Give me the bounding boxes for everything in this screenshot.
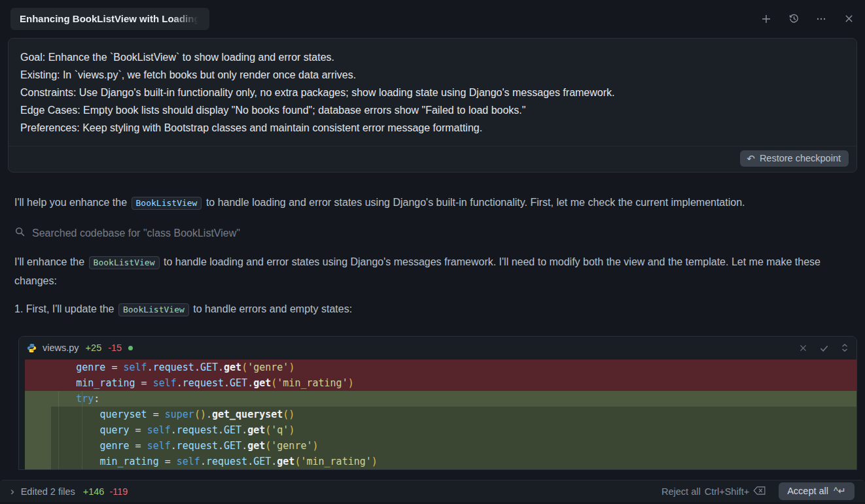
python-icon [27, 343, 37, 353]
accept-shortcut: ^↵ [834, 486, 846, 496]
edited-files-label: Edited 2 files [21, 486, 75, 497]
diff-line-added: try: [25, 391, 856, 407]
search-status-text: Searched codebase for "class BookListVie… [32, 227, 240, 239]
restore-label: Restore checkpoint [760, 153, 841, 163]
user-message-line: Preferences: Keep styling with Bootstrap… [20, 119, 845, 137]
user-message-line: Edge Cases: Empty book lists should disp… [20, 101, 845, 119]
total-added-count: +146 [83, 486, 105, 497]
review-actions: Reject all Ctrl+Shift+ Accept all ^↵ [658, 482, 855, 500]
edited-files-toggle[interactable]: › Edited 2 files +146 -119 [10, 486, 128, 497]
more-options-icon[interactable] [815, 13, 827, 25]
history-icon[interactable] [788, 13, 800, 25]
chevron-right-icon: › [10, 486, 14, 497]
reject-all-label: Reject all [662, 486, 701, 497]
inline-code: BookListView [118, 303, 189, 316]
inline-code: BookListView [89, 256, 160, 269]
code-diff-block: views.py +25 -15 genre = self.r [18, 336, 857, 470]
diff-line-added: queryset = super().get_queryset() [25, 407, 856, 422]
diff-line-added: genre = self.request.GET.get('genre') [25, 438, 856, 454]
user-message-line: Existing: In `views.py`, we fetch books … [20, 66, 845, 84]
accept-file-icon[interactable] [819, 343, 829, 353]
file-removed-count: -15 [108, 343, 122, 353]
search-icon [14, 226, 26, 240]
diff-line-added: query = self.request.GET.get('q') [25, 422, 856, 438]
reject-file-icon[interactable] [799, 344, 807, 352]
accept-all-label: Accept all [787, 486, 828, 496]
backspace-icon [753, 486, 766, 497]
user-message-line: Constraints: Use Django's built-in funct… [20, 84, 845, 101]
restore-checkpoint-button[interactable]: ↶ Restore checkpoint [740, 150, 849, 167]
chat-content: Goal: Enhance the `BookListView` to show… [0, 38, 865, 470]
chat-title: Enhancing BookListView with Loading [20, 13, 200, 24]
titlebar-actions [760, 13, 855, 25]
reject-all-button[interactable]: Reject all Ctrl+Shift+ [658, 486, 769, 497]
code-filename[interactable]: views.py [43, 343, 79, 353]
code-block-header: views.py +25 -15 [19, 337, 856, 359]
review-bottom-bar: › Edited 2 files +146 -119 Reject all Ct… [0, 480, 865, 502]
unsaved-dot-icon [128, 346, 133, 350]
user-message-footer: ↶ Restore checkpoint [9, 146, 856, 172]
inline-code: BookListView [132, 197, 202, 210]
assistant-list-item: 1. First, I'll update the BookListView t… [14, 300, 851, 319]
user-message-panel: Goal: Enhance the `BookListView` to show… [8, 38, 857, 173]
diff-line-added: min_rating = self.request.GET.get('min_r… [25, 454, 856, 469]
diff-code-area: genre = self.request.GET.get('genre') mi… [19, 359, 856, 469]
search-status-row[interactable]: Searched codebase for "class BookListVie… [14, 226, 851, 240]
diff-line-removed: genre = self.request.GET.get('genre') [25, 360, 856, 375]
file-added-count: +25 [86, 343, 102, 353]
chat-title-tab[interactable]: Enhancing BookListView with Loading [10, 8, 209, 30]
close-icon[interactable] [843, 13, 855, 25]
code-block-actions [799, 343, 849, 353]
assistant-paragraph: I'll help you enhance the BookListView t… [14, 193, 851, 212]
restore-arrow-icon: ↶ [747, 154, 755, 163]
assistant-paragraph: I'll enhance the BookListView to handle … [14, 253, 851, 290]
reject-shortcut: Ctrl+Shift+ [705, 486, 750, 497]
new-chat-icon[interactable] [760, 13, 772, 25]
expand-collapse-icon[interactable] [841, 343, 849, 352]
total-removed-count: -119 [109, 486, 128, 497]
user-message-line: Goal: Enhance the `BookListView` to show… [20, 48, 845, 66]
user-message-text: Goal: Enhance the `BookListView` to show… [9, 39, 856, 146]
accept-all-button[interactable]: Accept all ^↵ [779, 482, 855, 500]
diff-line-removed: min_rating = self.request.GET.get('min_r… [25, 375, 856, 391]
titlebar: Enhancing BookListView with Loading [0, 0, 865, 37]
chat-panel: Enhancing BookListView with Loading [0, 0, 865, 504]
